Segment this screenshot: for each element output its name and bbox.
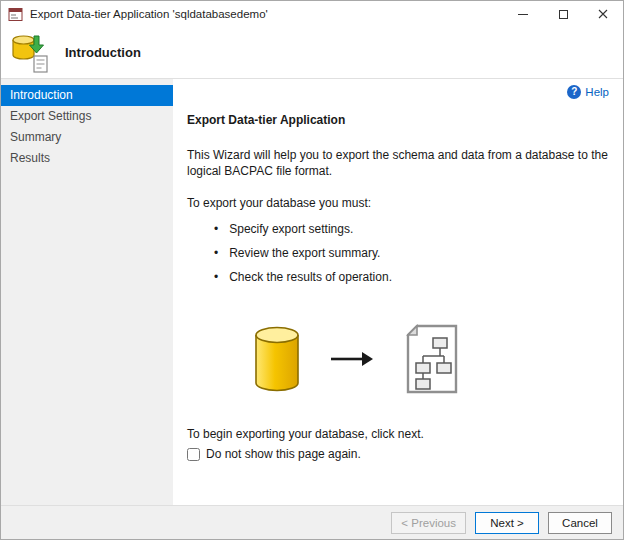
titlebar: Export Data-tier Application 'sqldatabas… — [1, 1, 623, 27]
export-illustration — [253, 323, 609, 395]
list-item: Check the results of operation. — [214, 270, 609, 285]
dont-show-again-label: Do not show this page again. — [206, 447, 361, 461]
previous-button[interactable]: < Previous — [391, 512, 466, 534]
help-link[interactable]: ? Help — [567, 85, 609, 99]
intro-text: This Wizard will help you to export the … — [187, 147, 609, 179]
list-item: Review the export summary. — [214, 246, 609, 261]
maximize-icon — [559, 10, 568, 19]
wizard-body: Introduction Export Settings Summary Res… — [1, 79, 623, 505]
app-icon — [8, 7, 23, 22]
dont-show-again-checkbox[interactable] — [187, 448, 200, 461]
sidebar-item-introduction[interactable]: Introduction — [1, 85, 173, 106]
close-button[interactable] — [583, 1, 623, 27]
content-heading: Export Data-tier Application — [187, 113, 609, 127]
export-wizard-window: Export Data-tier Application 'sqldatabas… — [0, 0, 624, 540]
next-button[interactable]: Next > — [475, 512, 539, 534]
help-label: Help — [585, 86, 609, 98]
window-title: Export Data-tier Application 'sqldatabas… — [30, 8, 503, 20]
wizard-footer: < Previous Next > Cancel — [1, 505, 623, 539]
minimize-icon — [518, 14, 528, 15]
arrow-right-icon — [329, 349, 375, 369]
help-icon: ? — [567, 85, 581, 99]
list-item: Specify export settings. — [214, 222, 609, 237]
export-database-icon — [10, 32, 50, 74]
bacpac-file-icon — [403, 323, 461, 395]
requirements-list: Specify export settings. Review the expo… — [187, 222, 609, 285]
database-cylinder-icon — [253, 325, 301, 393]
page-title: Introduction — [65, 45, 141, 60]
sidebar-item-results[interactable]: Results — [1, 148, 173, 169]
maximize-button[interactable] — [543, 1, 583, 27]
window-controls — [503, 1, 623, 27]
wizard-content: ? Help Export Data-tier Application This… — [173, 79, 623, 505]
sidebar-item-summary[interactable]: Summary — [1, 127, 173, 148]
wizard-steps-sidebar: Introduction Export Settings Summary Res… — [1, 79, 173, 505]
cancel-button[interactable]: Cancel — [548, 512, 612, 534]
minimize-button[interactable] — [503, 1, 543, 27]
wizard-header: Introduction — [1, 27, 623, 79]
dont-show-again-row: Do not show this page again. — [187, 447, 609, 461]
requirements-label: To export your database you must: — [187, 196, 609, 210]
sidebar-item-export-settings[interactable]: Export Settings — [1, 106, 173, 127]
close-icon — [598, 9, 608, 19]
begin-instruction: To begin exporting your database, click … — [187, 427, 609, 441]
